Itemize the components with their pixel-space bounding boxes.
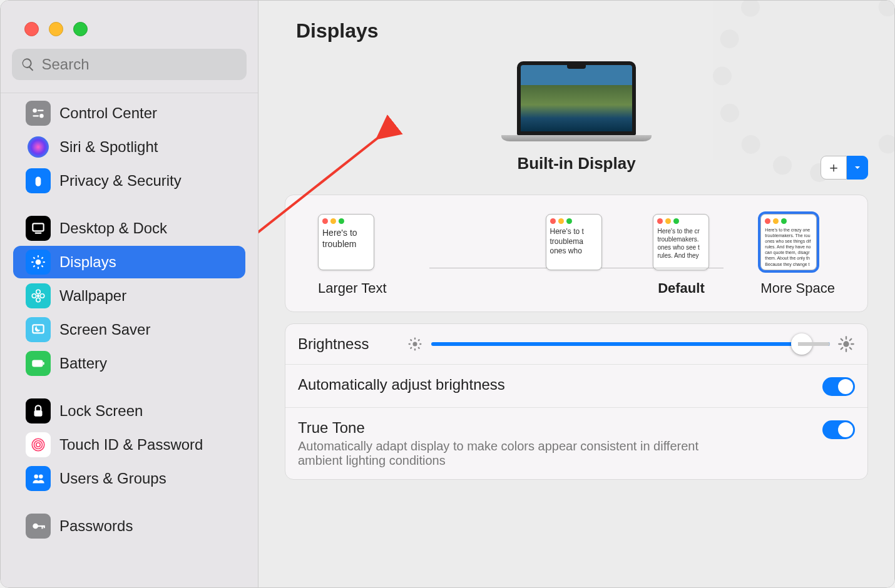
fullscreen-window[interactable] bbox=[73, 22, 88, 36]
add-display-button[interactable]: ＋ bbox=[821, 156, 847, 180]
true-tone-description: Automatically adapt display to make colo… bbox=[298, 439, 724, 468]
brightness-track[interactable] bbox=[431, 342, 830, 346]
sidebar-item-passwords[interactable]: Passwords bbox=[13, 510, 245, 542]
svg-point-7 bbox=[36, 260, 41, 265]
sidebar-item-label: Displays bbox=[59, 253, 116, 271]
brightness-slider[interactable] bbox=[406, 335, 855, 353]
sun-high-icon bbox=[837, 335, 855, 353]
sidebar-item-label: Siri & Spotlight bbox=[59, 138, 158, 156]
brightness-knob[interactable] bbox=[791, 333, 812, 355]
wallpaper-icon bbox=[26, 283, 51, 308]
setting-row-brightness: Brightness bbox=[285, 324, 867, 364]
resolution-panel: Here's to troublem Larger Text Here's to… bbox=[285, 195, 868, 312]
resolution-label: More Space bbox=[760, 280, 835, 297]
screen-saver-icon bbox=[26, 317, 51, 342]
sidebar-item-privacy-security[interactable]: Privacy & Security bbox=[13, 165, 245, 197]
privacy-icon bbox=[26, 168, 51, 193]
true-tone-toggle[interactable] bbox=[822, 420, 855, 439]
resolution-label: Default bbox=[653, 280, 709, 297]
sidebar-item-touch-id[interactable]: Touch ID & Password bbox=[13, 428, 245, 461]
svg-line-41 bbox=[411, 348, 412, 348]
sidebar-item-control-center[interactable]: Control Center bbox=[13, 97, 245, 129]
svg-rect-23 bbox=[43, 362, 44, 365]
sidebar-item-label: Wallpaper bbox=[59, 287, 126, 305]
siri-icon bbox=[28, 136, 49, 158]
svg-point-27 bbox=[36, 443, 41, 447]
setting-row-auto-brightness: Automatically adjust brightness bbox=[285, 364, 867, 407]
res-preview-text: Here's to troublem bbox=[319, 226, 374, 251]
sun-low-icon bbox=[406, 335, 424, 353]
svg-line-50 bbox=[841, 348, 842, 349]
search-field[interactable] bbox=[12, 49, 247, 80]
laptop-thumbnail bbox=[501, 61, 652, 141]
close-window[interactable] bbox=[24, 22, 39, 36]
sidebar-item-screen-saver[interactable]: Screen Saver bbox=[13, 313, 245, 346]
svg-rect-31 bbox=[38, 525, 44, 527]
sidebar-item-label: Passwords bbox=[59, 517, 133, 535]
page-title: Displays bbox=[296, 19, 857, 43]
svg-rect-5 bbox=[33, 223, 43, 231]
lock-icon bbox=[26, 398, 51, 423]
sidebar-item-label: Privacy & Security bbox=[59, 172, 182, 190]
resolution-option-2[interactable]: Here's to t troublema ones who bbox=[438, 214, 494, 297]
sidebar-item-label: Touch ID & Password bbox=[59, 436, 203, 454]
resolution-label: Larger Text bbox=[318, 280, 387, 297]
plus-icon: ＋ bbox=[827, 158, 841, 177]
chevron-down-icon bbox=[852, 163, 862, 173]
resolution-option-default[interactable]: Here's to the cr troublemakers. ones who… bbox=[653, 214, 709, 297]
auto-brightness-label: Automatically adjust brightness bbox=[298, 376, 505, 393]
control-center-icon bbox=[26, 101, 51, 126]
svg-line-15 bbox=[41, 257, 43, 258]
svg-line-48 bbox=[841, 339, 842, 340]
window-controls bbox=[1, 1, 258, 36]
sidebar-item-label: Lock Screen bbox=[59, 402, 143, 420]
svg-line-40 bbox=[419, 348, 419, 348]
svg-point-17 bbox=[36, 290, 41, 294]
svg-point-43 bbox=[843, 341, 849, 347]
svg-line-51 bbox=[850, 339, 851, 340]
sidebar-item-displays[interactable]: Displays bbox=[13, 246, 245, 278]
add-display-dropdown[interactable] bbox=[847, 156, 868, 180]
svg-rect-32 bbox=[41, 525, 43, 529]
svg-point-0 bbox=[33, 108, 37, 113]
sidebar-item-label: Desktop & Dock bbox=[59, 220, 167, 237]
svg-line-12 bbox=[33, 257, 34, 258]
minimize-window[interactable] bbox=[49, 22, 63, 36]
true-tone-label: True Tone bbox=[298, 419, 724, 437]
svg-line-13 bbox=[41, 265, 43, 266]
search-icon bbox=[21, 56, 35, 73]
search-input[interactable] bbox=[41, 56, 238, 73]
sidebar-item-label: Users & Groups bbox=[59, 470, 166, 487]
display-name-label: Built-in Display bbox=[258, 154, 894, 173]
sidebar-item-siri-spotlight[interactable]: Siri & Spotlight bbox=[13, 131, 245, 163]
resolution-option-more-space[interactable]: Here's to the crazy one troublemakers. T… bbox=[760, 214, 835, 297]
svg-point-29 bbox=[39, 475, 43, 479]
auto-brightness-toggle[interactable] bbox=[822, 377, 855, 396]
sidebar-item-desktop-dock[interactable]: Desktop & Dock bbox=[13, 212, 245, 245]
svg-point-2 bbox=[39, 114, 43, 118]
svg-point-34 bbox=[413, 342, 417, 347]
svg-rect-3 bbox=[33, 115, 39, 116]
svg-line-49 bbox=[850, 348, 851, 349]
sidebar-item-battery[interactable]: Battery bbox=[13, 347, 245, 380]
sidebar-item-users-groups[interactable]: Users & Groups bbox=[13, 462, 245, 495]
svg-line-42 bbox=[419, 340, 419, 340]
resolution-option-2-visible[interactable]: Here's to t troublema ones who bbox=[546, 214, 602, 297]
res-preview-text: Here's to the cr troublemakers. ones who… bbox=[653, 226, 708, 261]
resolution-option-larger[interactable]: Here's to troublem Larger Text bbox=[318, 214, 387, 297]
passwords-icon bbox=[26, 514, 51, 539]
brightness-label: Brightness bbox=[298, 335, 369, 353]
svg-point-30 bbox=[33, 524, 38, 529]
content-pane: Displays Built-in Display ＋ H bbox=[258, 1, 894, 587]
content-header: Displays bbox=[258, 1, 894, 49]
desktop-dock-icon bbox=[26, 216, 51, 241]
sidebar: Control Center Siri & Spotlight Privacy … bbox=[1, 1, 258, 587]
settings-panel: Brightness Automatically adjust brightne… bbox=[285, 323, 868, 480]
battery-icon bbox=[26, 351, 51, 376]
svg-rect-6 bbox=[35, 233, 42, 234]
sidebar-item-lock-screen[interactable]: Lock Screen bbox=[13, 395, 245, 427]
svg-rect-24 bbox=[34, 410, 43, 417]
sidebar-item-wallpaper[interactable]: Wallpaper bbox=[13, 280, 245, 312]
svg-rect-22 bbox=[33, 361, 42, 367]
users-groups-icon bbox=[26, 466, 51, 491]
